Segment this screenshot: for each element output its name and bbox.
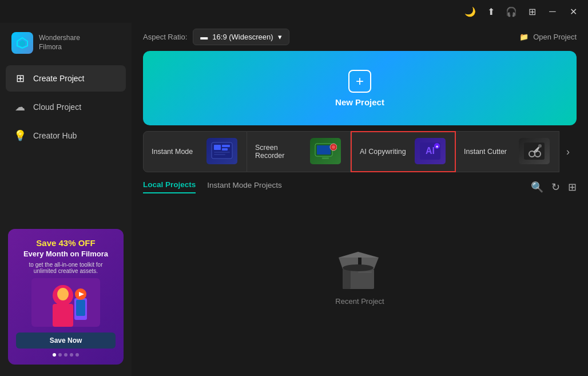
svg-rect-13	[222, 148, 228, 151]
lightbulb-icon: 💡	[14, 129, 26, 142]
sidebar-item-label: Creator Hub	[33, 131, 77, 140]
ad-dot-1	[53, 353, 56, 357]
ai-copywriting-icon: AI ✦	[415, 138, 446, 164]
svg-point-30	[538, 144, 542, 148]
ad-save-button[interactable]: Save Now	[16, 333, 116, 349]
aspect-ratio-icon: ▬	[200, 33, 208, 41]
ad-dot-2	[58, 353, 62, 357]
new-project-inner: + New Project	[335, 70, 384, 107]
sidebar-item-create-project[interactable]: ⊞ Create Project	[6, 65, 126, 92]
svg-rect-32	[343, 269, 351, 289]
instant-cutter-label: Instant Cutter	[464, 148, 507, 156]
ai-copywriting-label: AI Copywriting	[360, 148, 406, 156]
more-arrow[interactable]: ›	[559, 131, 577, 172]
svg-rect-14	[214, 152, 230, 153]
empty-state-icon	[334, 247, 386, 290]
refresh-icon[interactable]: ↻	[551, 181, 560, 193]
main-header: Aspect Ratio: ▬ 16:9 (Widescreen) ▾ 📁 Op…	[132, 23, 588, 51]
ad-dots	[16, 353, 116, 357]
mode-card-screen-recorder[interactable]: Screen Recorder	[247, 131, 351, 172]
projects-actions: 🔍 ↻ ⊞	[531, 181, 577, 193]
ad-title: Save 43% OFF Every Month on Filmora	[16, 237, 116, 259]
screen-recorder-image	[310, 138, 342, 165]
cloud-icon: ☁	[14, 101, 26, 113]
create-project-icon: ⊞	[14, 72, 26, 85]
sidebar: Wondershare Filmora ⊞ Create Project ☁ C…	[0, 23, 132, 376]
close-icon[interactable]: ✕	[565, 3, 581, 19]
mode-card-ai-copywriting[interactable]: AI Copywriting AI ✦	[351, 131, 456, 172]
svg-text:✦: ✦	[435, 145, 439, 149]
projects-empty: Recent Project	[143, 193, 577, 376]
aspect-ratio-label: Aspect Ratio:	[143, 33, 187, 41]
main-content: Aspect Ratio: ▬ 16:9 (Widescreen) ▾ 📁 Op…	[132, 23, 588, 376]
svg-point-19	[332, 145, 335, 149]
logo-area: Wondershare Filmora	[0, 23, 132, 65]
ad-image-area	[16, 276, 116, 328]
instant-mode-icon	[206, 138, 237, 164]
cloud-download-icon[interactable]: ⬆	[483, 3, 499, 19]
search-icon[interactable]: 🔍	[531, 181, 543, 193]
svg-rect-4	[53, 304, 73, 327]
minimize-icon[interactable]: ─	[545, 3, 561, 19]
svg-point-33	[343, 264, 374, 271]
titlebar: 🌙 ⬆ 🎧 ⊞ ─ ✕	[0, 0, 588, 23]
new-project-hero[interactable]: + New Project	[143, 51, 577, 125]
aspect-ratio-selector[interactable]: ▬ 16:9 (Widescreen) ▾	[193, 29, 289, 45]
tab-instant-mode-projects[interactable]: Instant Mode Projects	[207, 181, 282, 193]
svg-rect-34	[358, 271, 372, 273]
new-project-plus-icon: +	[348, 70, 371, 93]
svg-rect-11	[214, 145, 221, 150]
mode-card-instant-cutter[interactable]: Instant Cutter	[456, 131, 559, 172]
headphone-icon[interactable]: 🎧	[503, 3, 519, 19]
instant-cutter-icon	[519, 138, 550, 164]
tab-local-projects[interactable]: Local Projects	[143, 180, 196, 193]
sidebar-nav: ⊞ Create Project ☁ Cloud Project 💡 Creat…	[0, 65, 132, 149]
ai-copywriting-image: AI ✦	[415, 138, 447, 165]
chevron-down-icon: ▾	[278, 33, 282, 41]
projects-section: Local Projects Instant Mode Projects 🔍 ↻…	[143, 180, 577, 376]
ad-dot-4	[70, 353, 73, 357]
tabs: Local Projects Instant Mode Projects	[143, 180, 282, 193]
svg-rect-12	[222, 145, 230, 147]
empty-state-label: Recent Project	[335, 297, 384, 306]
svg-text:AI: AI	[426, 146, 435, 156]
instant-mode-image: HOT	[206, 138, 239, 165]
sidebar-item-creator-hub[interactable]: 💡 Creator Hub	[6, 122, 126, 149]
sidebar-ad: Save 43% OFF Every Month on Filmora to g…	[8, 229, 124, 365]
screen-recorder-label: Screen Recorder	[255, 144, 307, 160]
ad-dot-3	[64, 353, 67, 357]
sidebar-item-label: Create Project	[33, 74, 84, 83]
svg-rect-17	[317, 145, 331, 155]
mode-cards: Instant Mode HOT	[143, 131, 577, 172]
logo-text: Wondershare Filmora	[39, 34, 80, 52]
mode-card-instant-mode[interactable]: Instant Mode HOT	[143, 131, 247, 172]
app-logo-icon	[11, 32, 33, 54]
svg-point-9	[57, 288, 69, 300]
screen-recorder-icon	[310, 138, 341, 164]
sidebar-item-label: Cloud Project	[33, 102, 81, 112]
open-project-label: Open Project	[533, 33, 577, 41]
new-project-label: New Project	[335, 97, 384, 107]
ad-dot-5	[76, 353, 79, 357]
projects-header: Local Projects Instant Mode Projects 🔍 ↻…	[143, 180, 577, 193]
instant-cutter-image	[519, 138, 551, 165]
aspect-ratio-value: 16:9 (Widescreen)	[212, 33, 273, 41]
sun-icon[interactable]: 🌙	[462, 3, 478, 19]
svg-marker-1	[19, 40, 25, 47]
grid-view-icon[interactable]: ⊞	[568, 181, 577, 193]
open-project-button[interactable]: 📁 Open Project	[519, 33, 577, 41]
instant-mode-label: Instant Mode	[152, 148, 193, 156]
aspect-ratio-area: Aspect Ratio: ▬ 16:9 (Widescreen) ▾	[143, 29, 289, 45]
folder-icon: 📁	[519, 33, 529, 41]
svg-rect-15	[214, 154, 225, 155]
app-body: Wondershare Filmora ⊞ Create Project ☁ C…	[0, 23, 588, 376]
svg-rect-20	[322, 157, 329, 159]
ad-subtitle: to get the all-in-one toolkit forunlimit…	[16, 262, 116, 274]
grid-icon[interactable]: ⊞	[524, 3, 540, 19]
sidebar-item-cloud-project[interactable]: ☁ Cloud Project	[6, 94, 126, 120]
svg-rect-6	[76, 300, 85, 316]
